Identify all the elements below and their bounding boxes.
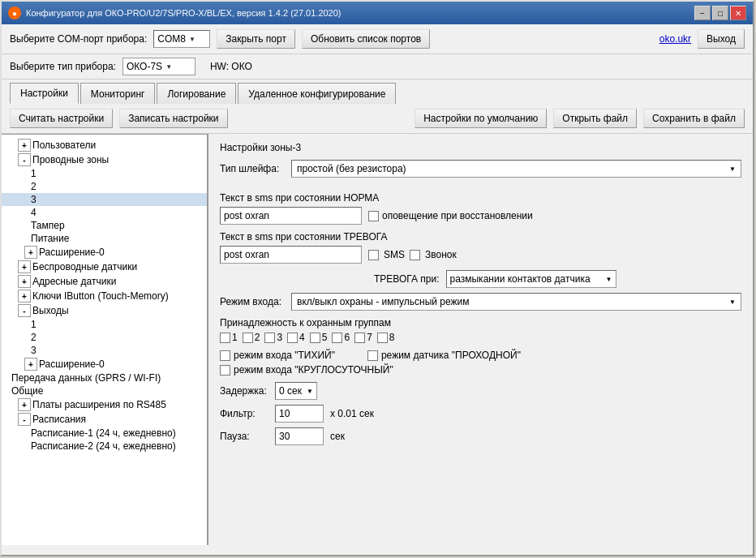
sms-norma-input[interactable] xyxy=(220,207,362,225)
close-button[interactable]: ✕ xyxy=(730,6,746,20)
tree-label-schedules: Расписания xyxy=(32,414,86,425)
tree-item-zone4[interactable]: 4 xyxy=(2,206,207,219)
delay-label: Задержка: xyxy=(220,385,268,397)
tree-item-power[interactable]: Питание xyxy=(2,232,207,245)
tree-item-zone2[interactable]: 2 xyxy=(2,180,207,193)
tab-remote-config[interactable]: Удаленное конфигурирование xyxy=(238,83,396,104)
tree-label-sched2: Расписание-2 (24 ч, ежедневно) xyxy=(31,440,176,452)
tree-panel: + Пользователи - Проводные зоны 1 2 3 xyxy=(2,134,208,545)
trevoga-input-row: SMS Звонок xyxy=(220,246,741,264)
tree-item-ext0[interactable]: + Расширение-0 xyxy=(2,245,207,260)
group-8-checkbox[interactable] xyxy=(377,333,388,343)
restore-checkbox[interactable] xyxy=(368,211,379,221)
save-file-button[interactable]: Сохранить в файл xyxy=(643,109,745,128)
tree-item-data-transfer[interactable]: Передача данных (GPRS / WI-FI) xyxy=(2,371,207,384)
expand-keys[interactable]: + xyxy=(18,290,31,303)
delay-combo[interactable]: 0 сек ▼ xyxy=(275,382,317,400)
tree-item-address[interactable]: + Адресные датчики xyxy=(2,274,207,289)
trevoga-value: размыкании контактов датчика xyxy=(450,273,591,285)
group-4: 4 xyxy=(287,332,305,343)
open-file-button[interactable]: Открыть файл xyxy=(553,109,637,128)
group-4-checkbox[interactable] xyxy=(287,333,298,343)
group-8: 8 xyxy=(377,332,395,343)
pass-checkbox[interactable] xyxy=(367,350,378,361)
tree-item-common[interactable]: Общие xyxy=(2,384,207,397)
tree-label-out2: 2 xyxy=(31,332,37,343)
tree-item-wired-zones[interactable]: - Проводные зоны xyxy=(2,152,207,167)
tree-item-zone1[interactable]: 1 xyxy=(2,167,207,180)
group-2-checkbox[interactable] xyxy=(243,333,253,343)
tree-label-wireless: Беспроводные датчики xyxy=(32,261,137,273)
round-checkbox[interactable] xyxy=(220,365,230,376)
tree-item-out1[interactable]: 1 xyxy=(2,318,207,331)
expand-out-ext0[interactable]: + xyxy=(24,358,37,371)
group-5-checkbox[interactable] xyxy=(310,333,320,343)
oko-link[interactable]: oko.ukr xyxy=(659,33,691,45)
device-type-combo[interactable]: ОКО-7S ▼ xyxy=(122,58,195,75)
close-port-button[interactable]: Закрыть порт xyxy=(217,29,295,49)
tree-item-tamper[interactable]: Тампер xyxy=(2,219,207,232)
refresh-ports-button[interactable]: Обновить список портов xyxy=(302,29,430,49)
trevoga-select[interactable]: размыкании контактов датчика ▼ xyxy=(446,270,616,288)
tree-item-users[interactable]: + Пользователи xyxy=(2,138,207,152)
tree-item-ext-boards[interactable]: + Платы расширения по RS485 xyxy=(2,397,207,412)
tab-monitoring[interactable]: Мониторинг xyxy=(80,83,156,104)
group-1-label: 1 xyxy=(232,332,238,343)
tree-label-zone3: 3 xyxy=(31,194,37,205)
com-port-combo[interactable]: COM8 ▼ xyxy=(153,30,210,48)
second-row: Выберите тип прибора: ОКО-7S ▼ HW: ОКО xyxy=(2,54,753,79)
tree-label-address: Адресные датчики xyxy=(32,276,116,287)
write-settings-button[interactable]: Записать настройки xyxy=(119,109,227,128)
group-3-checkbox[interactable] xyxy=(264,333,275,343)
window-controls: − □ ✕ xyxy=(694,6,746,20)
tree-item-keys[interactable]: + Ключи IButton (Touch-Memory) xyxy=(2,289,207,303)
tree-item-sched1[interactable]: Расписание-1 (24 ч, ежедневно) xyxy=(2,427,207,440)
expand-wireless[interactable]: + xyxy=(18,260,31,273)
restore-button[interactable]: □ xyxy=(712,6,728,20)
sms-trevoga-label: Текст в sms при состоянии ТРЕВОГА xyxy=(220,231,741,243)
group-6-checkbox[interactable] xyxy=(332,333,342,343)
pause-input[interactable] xyxy=(275,427,324,445)
tree-item-out-ext0[interactable]: + Расширение-0 xyxy=(2,357,207,371)
expand-wired-zones[interactable]: - xyxy=(18,153,31,166)
window-title: Конфигуратор для ОКО-PRO/U2/7S/PRO-X/BL/… xyxy=(26,8,341,18)
pause-unit: сек xyxy=(330,431,345,442)
sms-checkbox[interactable] xyxy=(368,250,379,260)
zvonok-checkbox[interactable] xyxy=(410,250,420,260)
group-7-checkbox[interactable] xyxy=(354,333,365,343)
tree-label-data-transfer: Передача данных (GPRS / WI-FI) xyxy=(11,372,161,384)
expand-schedules[interactable]: - xyxy=(18,413,31,426)
tree-item-out3[interactable]: 3 xyxy=(2,344,207,357)
expand-outputs[interactable]: - xyxy=(18,304,31,317)
tree-label-common: Общие xyxy=(11,385,43,397)
title-bar: ● Конфигуратор для ОКО-PRO/U2/7S/PRO-X/B… xyxy=(2,2,753,24)
expand-users[interactable]: + xyxy=(18,139,31,152)
tree-item-zone3[interactable]: 3 xyxy=(2,193,207,206)
group-1-checkbox[interactable] xyxy=(220,333,230,343)
quiet-mode-label: режим входа "ТИХИЙ" xyxy=(234,350,335,361)
mode-combo[interactable]: вкл/выкл охраны - импульсный режим ▼ xyxy=(291,293,741,311)
tree-item-sched2[interactable]: Расписание-2 (24 ч, ежедневно) xyxy=(2,440,207,453)
tree-item-wireless[interactable]: + Беспроводные датчики xyxy=(2,260,207,274)
tree-item-schedules[interactable]: - Расписания xyxy=(2,412,207,427)
expand-ext-boards[interactable]: + xyxy=(18,398,31,411)
quiet-checkbox[interactable] xyxy=(220,350,230,361)
tree-item-out2[interactable]: 2 xyxy=(2,331,207,344)
defaults-button[interactable]: Настройки по умолчанию xyxy=(415,109,547,128)
filter-input[interactable] xyxy=(275,405,324,423)
minimize-button[interactable]: − xyxy=(694,6,711,20)
com-port-value: COM8 xyxy=(157,33,186,45)
tab-settings[interactable]: Настройки xyxy=(10,83,79,104)
type-combo[interactable]: простой (без резистора) ▼ xyxy=(291,160,741,178)
expand-ext0[interactable]: + xyxy=(24,246,37,259)
device-combo-arrow: ▼ xyxy=(165,63,172,71)
tree-item-outputs[interactable]: - Выходы xyxy=(2,303,207,318)
read-settings-button[interactable]: Считать настройки xyxy=(10,109,113,128)
tab-logging[interactable]: Логирование xyxy=(157,83,236,104)
expand-address[interactable]: + xyxy=(18,275,31,288)
mode-combo-arrow: ▼ xyxy=(729,298,736,306)
sms-trevoga-input[interactable] xyxy=(220,246,362,264)
sms-norma-row: оповещение при восстановлении xyxy=(220,207,741,225)
exit-button[interactable]: Выход xyxy=(698,29,745,49)
main-window: ● Конфигуратор для ОКО-PRO/U2/7S/PRO-X/B… xyxy=(0,0,754,556)
